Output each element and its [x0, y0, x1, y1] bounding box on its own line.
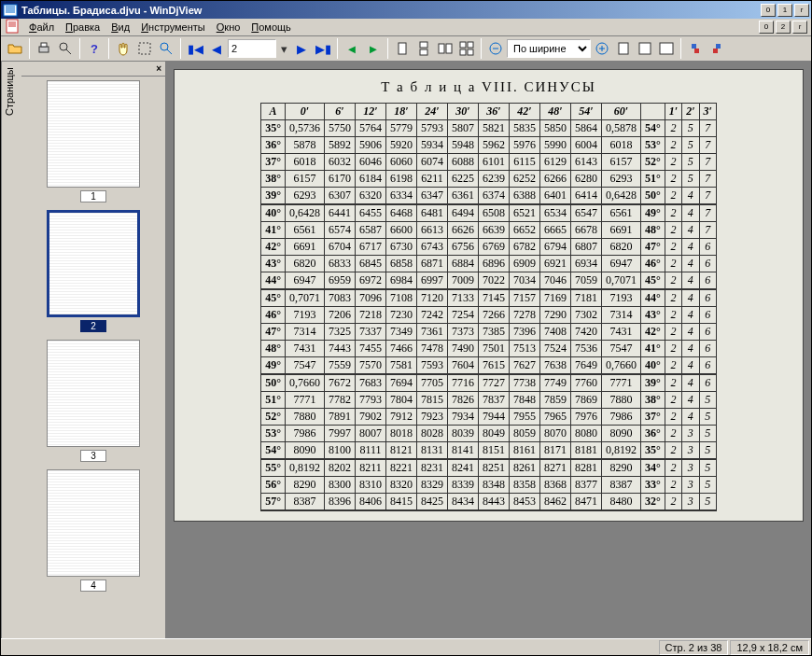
table-cell: 8039	[447, 426, 478, 442]
table-cell: 6293	[601, 171, 640, 188]
table-cell: 42°	[261, 239, 286, 256]
thumbnail[interactable]: 2	[25, 210, 161, 332]
table-cell: 6896	[478, 256, 509, 272]
menu-help[interactable]: Помощь	[245, 21, 297, 34]
table-cell: 8251	[478, 459, 509, 477]
maximize-button[interactable]: 1	[777, 4, 792, 17]
continuous-facing-button[interactable]	[456, 38, 477, 59]
prev-page-button[interactable]: ◀	[206, 38, 227, 59]
table-cell: 7490	[447, 341, 478, 357]
table-cell: 7431	[285, 341, 324, 357]
rotate-left-button[interactable]	[685, 38, 706, 59]
open-button[interactable]	[5, 38, 25, 59]
zoom-select[interactable]: По ширине	[507, 39, 591, 58]
table-cell: 6561	[601, 204, 640, 222]
table-cell: 7944	[478, 409, 509, 426]
find-button[interactable]	[55, 38, 76, 59]
table-cell: 6984	[385, 272, 416, 290]
select-tool-button[interactable]	[134, 38, 155, 59]
table-cell: 38°	[640, 392, 665, 409]
forward-button[interactable]: ►	[363, 38, 384, 59]
table-cell: 7749	[539, 374, 570, 392]
menu-file[interactable]: Файл	[23, 21, 60, 34]
fit-width-button[interactable]	[613, 38, 634, 59]
table-cell: 3	[682, 426, 699, 442]
mdi-minimize-button[interactable]: 0	[759, 21, 774, 34]
continuous-button[interactable]	[413, 38, 434, 59]
table-cell: 6884	[447, 256, 478, 272]
column-header: 60′	[601, 104, 640, 120]
next-page-button[interactable]: ▶	[291, 38, 312, 59]
menu-view[interactable]: Вид	[105, 21, 135, 34]
sidebar-tab-pages[interactable]: Страницы	[1, 62, 21, 638]
table-cell: 7349	[385, 324, 416, 341]
thumbnail[interactable]: 4	[25, 469, 161, 592]
print-button[interactable]	[34, 38, 54, 59]
table-cell: 8059	[509, 426, 539, 442]
magnify-tool-button[interactable]	[156, 38, 176, 59]
table-cell: 8329	[416, 477, 447, 494]
column-header: 0′	[285, 104, 324, 120]
table-cell: 8231	[416, 459, 447, 477]
last-page-button[interactable]: ▶▮	[313, 38, 333, 59]
table-cell: 5	[699, 477, 716, 494]
svg-rect-9	[420, 49, 427, 55]
toolbar: ? ▮◀ ◀ ▾ ▶ ▶▮ ◄ ► По ширине	[1, 36, 811, 62]
document-scroll-area[interactable]: Т а б л и ц а VIII. СИНУСЫ A0′6′12′18′24…	[166, 62, 811, 638]
table-cell: 45°	[640, 272, 665, 290]
thumbnail[interactable]: 1	[25, 80, 161, 202]
table-cell: 8090	[285, 442, 324, 460]
page-dropdown-button[interactable]: ▾	[277, 38, 290, 59]
table-cell: 4	[682, 409, 699, 426]
table-cell: 7837	[478, 392, 509, 409]
mdi-close-button[interactable]: r	[792, 21, 807, 34]
mdi-restore-button[interactable]: 2	[776, 21, 791, 34]
single-page-button[interactable]	[392, 38, 413, 59]
zoom-in-button[interactable]	[592, 38, 612, 59]
table-cell: 6211	[416, 171, 447, 188]
table-cell: 7455	[355, 341, 385, 357]
table-cell: 49°	[261, 357, 286, 375]
hand-tool-button[interactable]	[113, 38, 133, 59]
table-cell: 2	[665, 256, 681, 272]
back-button[interactable]: ◄	[342, 38, 362, 59]
help-button[interactable]: ?	[84, 38, 105, 59]
thumbnails-list[interactable]: 1234	[21, 77, 165, 638]
close-button[interactable]: r	[794, 4, 809, 17]
table-cell: 8181	[570, 442, 601, 460]
table-cell: 7278	[509, 307, 539, 324]
table-cell: 2	[665, 374, 681, 392]
table-cell: 7869	[570, 392, 601, 409]
table-cell: 6	[699, 374, 716, 392]
minimize-button[interactable]: 0	[761, 4, 776, 17]
actual-size-button[interactable]	[656, 38, 677, 59]
table-cell: 7420	[570, 324, 601, 341]
table-cell: 7570	[355, 357, 385, 375]
thumbnail[interactable]: 3	[25, 340, 161, 462]
svg-rect-13	[468, 42, 473, 48]
status-page: Стр. 2 из 38	[659, 640, 729, 655]
zoom-out-button[interactable]	[485, 38, 506, 59]
table-cell: 6468	[385, 204, 416, 222]
table-cell: 6	[699, 239, 716, 256]
facing-button[interactable]	[435, 38, 455, 59]
sidebar-close-button[interactable]: ×	[156, 63, 161, 74]
table-cell: 8339	[447, 477, 478, 494]
column-header: 48′	[539, 104, 570, 120]
table-cell: 54°	[261, 442, 286, 460]
table-cell: 3	[682, 442, 699, 460]
table-cell: 8211	[355, 459, 385, 477]
page-number-input[interactable]	[228, 39, 276, 58]
menu-edit[interactable]: Правка	[60, 21, 105, 34]
table-cell: 7727	[478, 374, 509, 392]
table-cell: 5	[682, 137, 699, 154]
table-cell: 7254	[447, 307, 478, 324]
titlebar: Таблицы. Брадиса.djvu - WinDjView 0 1 r	[1, 1, 811, 19]
first-page-button[interactable]: ▮◀	[185, 38, 205, 59]
menu-window[interactable]: Окно	[211, 21, 246, 34]
menu-tools[interactable]: Инструменты	[135, 21, 211, 34]
table-cell: 7034	[509, 272, 539, 290]
rotate-right-button[interactable]	[707, 38, 727, 59]
table-cell: 7314	[285, 324, 324, 341]
fit-page-button[interactable]	[635, 38, 655, 59]
